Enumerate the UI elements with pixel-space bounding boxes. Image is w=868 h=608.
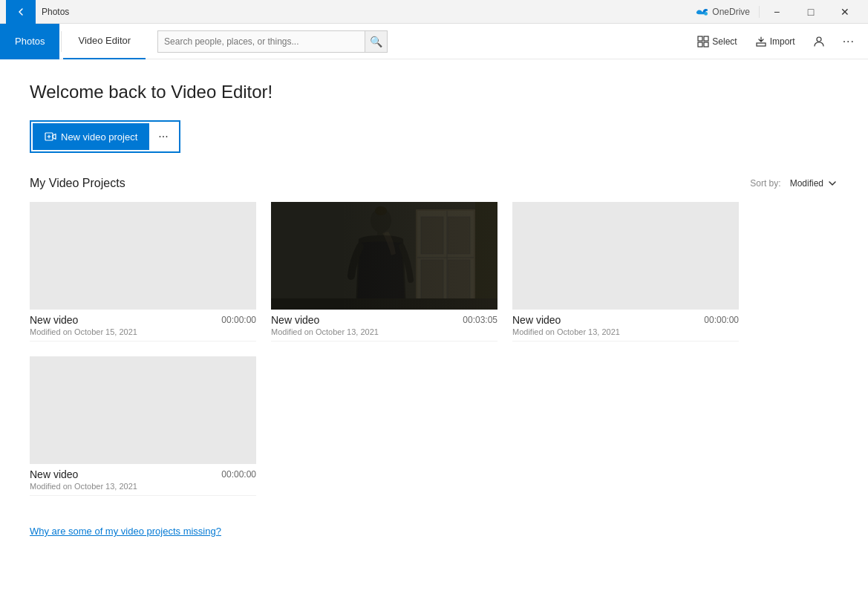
- sort-control[interactable]: Sort by: Modified: [750, 177, 838, 189]
- minimize-button[interactable]: −: [760, 0, 794, 24]
- video-modified: Modified on October 15, 2021: [30, 327, 256, 336]
- select-icon: [697, 36, 709, 48]
- back-button[interactable]: [6, 0, 36, 24]
- svg-point-0: [705, 12, 708, 16]
- video-scene: [271, 202, 497, 310]
- onedrive-label: OneDrive: [712, 7, 750, 17]
- sort-by-label: Sort by:: [750, 178, 780, 189]
- video-modified: Modified on October 13, 2021: [512, 327, 739, 336]
- video-duration: 00:00:00: [704, 315, 739, 325]
- svg-rect-2: [704, 36, 708, 41]
- more-options-button[interactable]: ···: [835, 30, 862, 53]
- scene-svg: [271, 202, 497, 310]
- video-modified: Modified on October 13, 2021: [30, 482, 256, 491]
- video-thumbnail: [512, 202, 739, 310]
- video-thumbnail: [30, 356, 256, 464]
- search-area: 🔍: [146, 30, 684, 53]
- svg-rect-14: [421, 217, 443, 254]
- missing-projects-link[interactable]: Why are some of my video projects missin…: [30, 526, 838, 537]
- import-button[interactable]: Import: [748, 30, 803, 53]
- video-thumbnail: [271, 202, 497, 310]
- svg-rect-5: [757, 43, 766, 46]
- main-content: Welcome back to Video Editor! New video …: [0, 59, 868, 559]
- section-header: My Video Projects Sort by: Modified: [30, 177, 838, 190]
- video-project-icon: [45, 131, 56, 143]
- svg-rect-9: [271, 202, 497, 310]
- search-icon[interactable]: 🔍: [365, 30, 388, 53]
- video-grid: New video 00:00:00 Modified on October 1…: [30, 202, 838, 496]
- video-thumbnail: [30, 202, 256, 310]
- svg-rect-17: [448, 260, 470, 301]
- video-info: New video 00:00:00 Modified on October 1…: [512, 310, 739, 341]
- new-project-more-button[interactable]: ···: [149, 123, 177, 150]
- video-card[interactable]: New video 00:00:00 Modified on October 1…: [512, 202, 739, 341]
- svg-rect-16: [421, 260, 443, 301]
- section-title: My Video Projects: [30, 177, 125, 190]
- svg-rect-3: [698, 42, 702, 47]
- svg-point-6: [817, 37, 821, 42]
- video-info: New video 00:00:00 Modified on October 1…: [30, 464, 256, 496]
- new-video-project-button[interactable]: New video project: [33, 123, 149, 150]
- new-project-area: New video project ···: [30, 120, 838, 153]
- video-duration: 00:03:05: [463, 315, 497, 325]
- svg-rect-4: [704, 42, 708, 47]
- svg-rect-15: [448, 217, 470, 254]
- video-card[interactable]: New video 00:03:05 Modified on October 1…: [271, 202, 497, 341]
- onedrive-icon: [696, 6, 708, 18]
- sort-chevron-icon: [826, 177, 838, 189]
- video-card[interactable]: New video 00:00:00 Modified on October 1…: [30, 202, 256, 341]
- svg-rect-1: [698, 36, 702, 41]
- tab-photos[interactable]: Photos: [0, 24, 59, 59]
- svg-rect-11: [417, 211, 474, 304]
- title-bar: Photos OneDrive − □ ✕: [0, 0, 868, 24]
- video-title: New video: [30, 314, 78, 326]
- video-title: New video: [512, 314, 561, 326]
- svg-rect-21: [377, 230, 385, 238]
- video-duration: 00:00:00: [221, 315, 256, 325]
- app-name: Photos: [42, 7, 69, 17]
- video-title: New video: [30, 468, 78, 480]
- welcome-title: Welcome back to Video Editor!: [30, 82, 838, 102]
- maximize-button[interactable]: □: [794, 0, 828, 24]
- video-info: New video 00:03:05 Modified on October 1…: [271, 310, 497, 341]
- account-icon: [813, 36, 825, 48]
- account-button[interactable]: [806, 30, 832, 53]
- select-button[interactable]: Select: [690, 30, 744, 53]
- svg-point-20: [375, 206, 387, 215]
- svg-point-19: [371, 209, 391, 232]
- nav-bar: Photos Video Editor 🔍 Select Import: [0, 24, 868, 59]
- search-input[interactable]: [157, 30, 365, 53]
- svg-rect-22: [271, 298, 497, 310]
- sort-value: Modified: [790, 178, 823, 189]
- new-project-container: New video project ···: [30, 120, 180, 153]
- video-card[interactable]: New video 00:00:00 Modified on October 1…: [30, 356, 256, 496]
- import-icon: [755, 36, 767, 48]
- tab-video-editor[interactable]: Video Editor: [63, 24, 146, 59]
- video-modified: Modified on October 13, 2021: [271, 327, 497, 336]
- svg-rect-18: [475, 202, 497, 310]
- nav-actions: Select Import ···: [684, 30, 868, 53]
- svg-rect-10: [416, 209, 475, 306]
- video-info: New video 00:00:00 Modified on October 1…: [30, 310, 256, 341]
- onedrive-area: OneDrive: [687, 6, 760, 18]
- video-title: New video: [271, 314, 319, 326]
- video-duration: 00:00:00: [221, 469, 256, 480]
- close-button[interactable]: ✕: [828, 0, 862, 24]
